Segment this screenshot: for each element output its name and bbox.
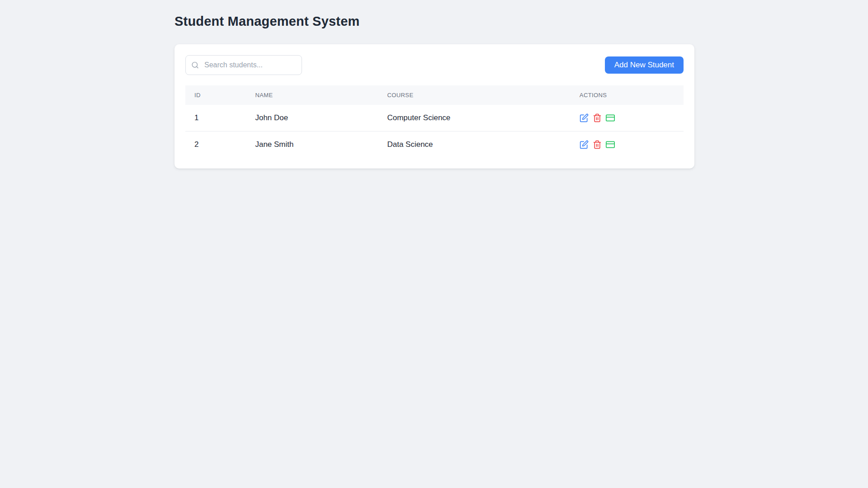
payment-card-button[interactable] [606,113,615,122]
cell-id: 2 [185,131,246,158]
action-group [580,113,675,122]
credit-card-icon [606,113,615,122]
search-box [185,55,302,75]
column-header-name: NAME [246,85,378,105]
students-card: Add New Student ID NAME COURSE ACTIONS 1… [175,44,694,169]
edit-student-button[interactable] [580,140,589,149]
add-new-student-button[interactable]: Add New Student [605,56,684,74]
cell-actions [571,105,684,131]
column-header-actions: ACTIONS [571,85,684,105]
trash-icon [593,113,602,122]
trash-icon [593,140,602,149]
column-header-id: ID [185,85,246,105]
delete-student-button[interactable] [593,140,602,149]
action-group [580,140,675,149]
edit-student-button[interactable] [580,113,589,122]
cell-course: Data Science [378,131,570,158]
cell-actions [571,131,684,158]
cell-course: Computer Science [378,105,570,131]
students-table: ID NAME COURSE ACTIONS 1 John Doe Comput… [185,85,684,158]
table-header: ID NAME COURSE ACTIONS [185,85,684,105]
credit-card-icon [606,140,615,149]
column-header-course: COURSE [378,85,570,105]
cell-id: 1 [185,105,246,131]
cell-name: Jane Smith [246,131,378,158]
table-row: 2 Jane Smith Data Science [185,131,684,158]
payment-card-button[interactable] [606,140,615,149]
table-row: 1 John Doe Computer Science [185,105,684,131]
cell-name: John Doe [246,105,378,131]
page-title: Student Management System [175,14,694,29]
toolbar: Add New Student [185,55,684,75]
page-container: Student Management System Add New Studen… [175,0,694,169]
delete-student-button[interactable] [593,113,602,122]
edit-icon [580,113,589,122]
search-input[interactable] [185,55,302,75]
edit-icon [580,140,589,149]
